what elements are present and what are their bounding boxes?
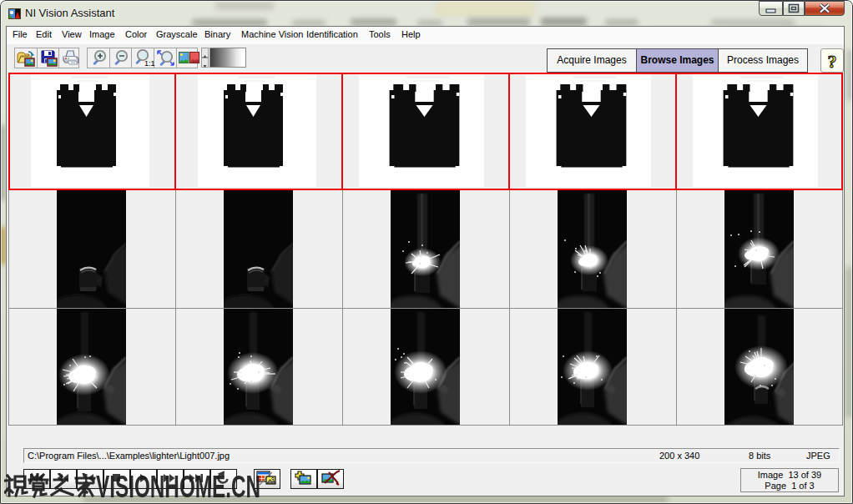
svg-text:?: ? xyxy=(828,51,837,72)
svg-text:1:1: 1:1 xyxy=(144,59,155,68)
